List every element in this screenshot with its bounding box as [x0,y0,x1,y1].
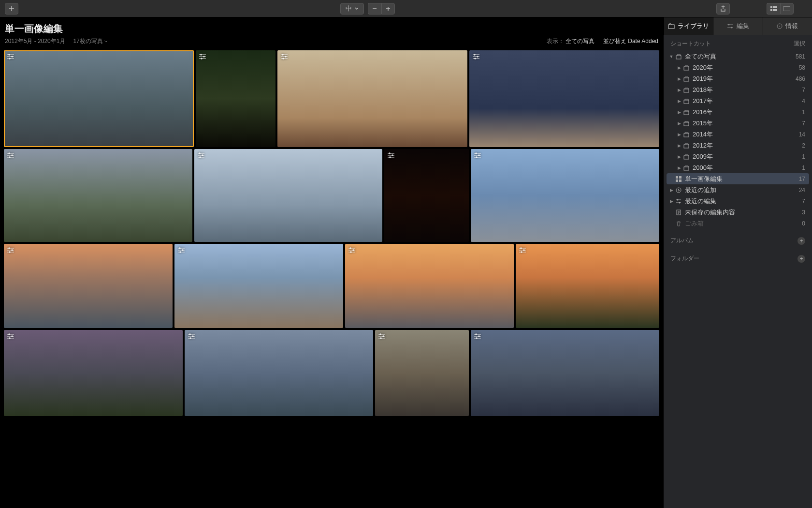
sidebar-item-10[interactable]: ▶2000年1 [667,162,809,173]
disclosure-icon[interactable]: ▶ [668,188,674,193]
stack-icon [682,143,691,149]
photo-thumbnail[interactable] [185,330,373,416]
photo-thumbnail[interactable] [4,244,173,328]
filter-control[interactable]: 表示： 全ての写真 [547,37,594,45]
sidebar-item-label: 最近の編集 [683,197,802,206]
zoom-level-button[interactable]: 中 [340,3,364,15]
svg-point-31 [8,247,10,249]
photo-thumbnail[interactable] [384,149,469,242]
add-button[interactable] [5,3,18,15]
disclosure-icon[interactable]: ▶ [676,88,682,92]
sidebar-item-2[interactable]: ▶2019年486 [667,73,809,84]
chevron-down-icon [355,7,359,10]
svg-rect-0 [770,6,772,8]
tab-edit[interactable]: 編集 [713,17,762,35]
sidebar-item-5[interactable]: ▶2016年1 [667,106,809,118]
sidebar-item-13[interactable]: ▶最近の編集7 [667,195,809,207]
svg-rect-55 [668,25,674,29]
photo-thumbnail[interactable] [469,50,659,147]
adjustments-icon [177,247,185,254]
disclosure-icon[interactable]: ▶ [676,99,682,104]
svg-point-13 [282,54,284,56]
svg-rect-66 [684,134,689,137]
svg-rect-64 [684,111,689,115]
sidebar-item-12[interactable]: ▶+最近の追加24 [667,184,809,195]
sidebar-item-6[interactable]: ▶2015年7 [667,118,809,129]
disclosure-icon[interactable]: ▶ [676,76,682,81]
disclosure-icon[interactable]: ▶ [676,121,682,126]
sidebar-item-0[interactable]: ▼全ての写真581 [667,51,809,62]
sidebar-item-4[interactable]: ▶2017年4 [667,95,809,106]
disclosure-icon[interactable]: ▶ [676,110,682,115]
photo-thumbnail[interactable] [471,330,659,416]
svg-point-48 [189,337,191,339]
disclosure-icon[interactable]: ▶ [676,154,682,159]
sidebar-item-7[interactable]: ▶2014年14 [667,129,809,140]
svg-point-25 [389,152,391,154]
sidebar-item-label: 2015年 [691,119,802,128]
sidebar-item-1[interactable]: ▶2020年58 [667,62,809,73]
photo-thumbnail[interactable] [4,149,192,242]
sidebar-item-3[interactable]: ▶2018年7 [667,84,809,95]
adjustments-icon [7,53,14,60]
sliders-icon [727,23,734,29]
add-album-button[interactable]: + [798,237,805,245]
photo-thumbnail[interactable] [516,244,659,328]
svg-text:+: + [678,189,680,192]
svg-rect-63 [684,100,689,104]
sidebar-item-count: 58 [799,64,805,71]
photo-thumbnail[interactable] [174,244,343,328]
sidebar-item-14[interactable]: 未保存の編集内容3 [667,207,809,218]
sort-control[interactable]: 並び替え Date Added [603,37,658,45]
svg-point-18 [474,58,476,60]
svg-rect-71 [679,176,682,179]
sidebar-item-15[interactable]: ごみ箱0 [667,218,809,229]
svg-point-22 [199,152,201,154]
svg-point-23 [202,154,203,156]
svg-point-41 [523,249,525,251]
sliders-icon [674,198,683,204]
photo-count[interactable]: 17枚の写真 [73,37,107,45]
zoom-in-button[interactable] [381,3,395,15]
photo-thumbnail[interactable] [4,330,183,416]
share-button[interactable] [716,3,730,15]
disclosure-icon[interactable]: ▶ [676,143,682,148]
svg-rect-68 [684,156,689,159]
svg-point-17 [477,56,478,58]
photo-thumbnail[interactable] [196,50,276,147]
sidebar-item-9[interactable]: ▶2009年1 [667,151,809,162]
disclosure-icon[interactable]: ▶ [676,65,682,70]
svg-point-9 [9,58,11,60]
photo-thumbnail[interactable] [471,149,659,242]
svg-point-42 [521,251,522,253]
svg-point-29 [478,154,480,156]
disclosure-icon[interactable]: ▶ [676,132,682,137]
zoom-out-button[interactable] [368,3,381,15]
photo-thumbnail[interactable] [4,50,194,147]
svg-point-57 [731,27,732,29]
date-range: 2012年5月 - 2020年1月 [5,37,65,45]
disclosure-icon[interactable]: ▶ [676,165,682,170]
single-view-button[interactable] [780,3,794,15]
tab-library[interactable]: ライブラリ [664,17,713,35]
photo-thumbnail[interactable] [277,50,467,147]
disclosure-icon[interactable]: ▶ [668,199,674,204]
tab-info[interactable]: 情報 [763,17,812,35]
add-folder-button[interactable]: + [798,255,805,263]
page-title: 単一画像編集 [5,22,658,35]
select-label[interactable]: 選択 [794,40,805,48]
sidebar-item-label: 2012年 [691,141,802,150]
svg-rect-6 [783,6,790,11]
sidebar-item-8[interactable]: ▶2012年2 [667,140,809,151]
photo-thumbnail[interactable] [375,330,469,416]
svg-point-51 [380,337,382,339]
svg-point-19 [8,152,10,154]
photo-thumbnail[interactable] [345,244,514,328]
photo-thumbnail[interactable] [194,149,383,242]
grid-view-button[interactable] [767,3,780,15]
svg-point-40 [520,247,522,249]
disclosure-icon[interactable]: ▼ [668,54,674,59]
svg-point-28 [476,152,478,154]
svg-rect-3 [770,9,772,11]
sidebar-item-11[interactable]: 単一画像編集17 [667,173,809,184]
